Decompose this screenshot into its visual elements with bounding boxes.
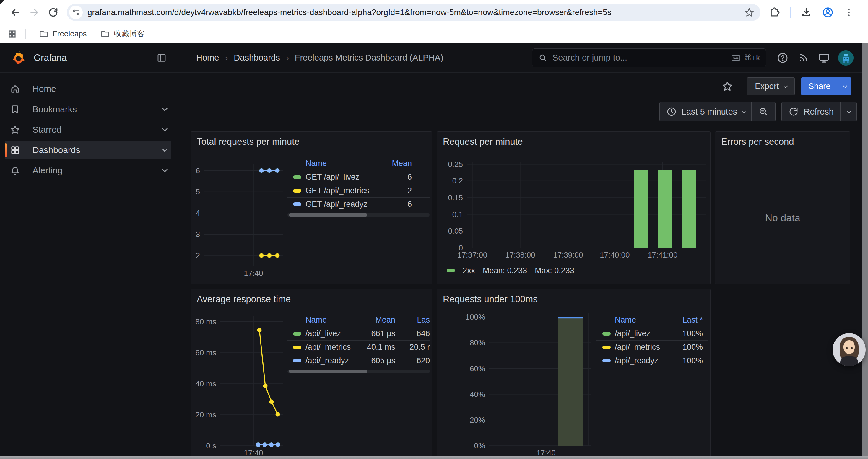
chevron-down-icon[interactable] [162,147,166,153]
sidebar-item-dashboards[interactable]: Dashboards [5,141,171,159]
user-avatar[interactable] [838,50,854,66]
dock-menu-icon[interactable] [155,51,169,65]
breadcrumb-dashboards[interactable]: Dashboards [234,53,280,63]
panel-request-per-minute[interactable]: Request per minute 0.250.20.150.10.05017… [437,131,711,285]
sidebar-item-starred[interactable]: Starred [5,121,171,139]
browser-forward-button[interactable] [25,3,44,22]
panel-requests-under-100ms[interactable]: Requests under 100ms 100%80%60%40%20%0%1… [437,289,711,459]
breadcrumb-home[interactable]: Home [196,53,219,63]
chevron-down-icon[interactable] [162,127,166,132]
legend-header-name[interactable]: Name [602,316,670,325]
panel-title[interactable]: Errors per second [721,136,794,147]
sidebar-item-alerting[interactable]: Alerting [5,161,171,179]
legend-scrollbar[interactable] [287,213,430,217]
legend-series-label[interactable]: 2xx [463,266,475,275]
bookmark-folder-label: Freeleaps [53,29,87,38]
svg-text:40%: 40% [470,390,485,399]
svg-text:80 ms: 80 ms [195,317,216,326]
time-controls: Last 5 minutes Refresh [176,100,868,126]
browser-profile-icon[interactable] [822,6,834,18]
sidebar-item-label: Dashboards [32,145,80,155]
refresh-interval-caret[interactable] [840,102,857,121]
series-color-pill [293,359,301,362]
legend-header-name[interactable]: Name [293,316,363,325]
browser-reload-button[interactable] [44,3,63,22]
bookmark-folder-freeleaps[interactable]: Freeleaps [34,27,92,41]
legend-scrollbar[interactable] [287,369,430,373]
toolbar-divider [740,80,740,93]
keyboard-icon [731,53,741,63]
share-button[interactable]: Share [801,77,838,95]
search-shortcut: ⌘+k [731,53,760,63]
legend-row[interactable]: /api/_readyz 100% [596,354,708,367]
svg-text:17:39:00: 17:39:00 [553,251,583,259]
svg-text:0.1: 0.1 [452,210,463,219]
legend-header-name[interactable]: Name [293,159,379,168]
news-rss-icon[interactable] [797,52,810,64]
svg-text:20 ms: 20 ms [195,410,216,419]
vertical-scrollbar[interactable] [862,43,868,456]
sidebar-item-label: Starred [32,125,61,135]
zoom-out-time-range-button[interactable] [751,102,775,121]
legend-row[interactable]: GET /api/_metrics 2 [287,184,430,197]
bookmark-folder-blogs[interactable]: 收藏博客 [95,26,150,41]
svg-text:0%: 0% [474,441,485,450]
search-input[interactable] [553,53,731,63]
sidebar-item-label: Alerting [32,165,63,175]
legend-header-last[interactable]: Las [395,316,430,325]
toolbar-divider [790,7,790,18]
share-split-button: Share [801,77,851,95]
monitor-icon[interactable] [817,52,831,64]
chevron-down-icon[interactable] [162,168,166,173]
search-box[interactable]: ⌘+k [532,48,766,67]
legend-header-mean[interactable]: Mean [379,159,412,168]
legend-header-last[interactable]: Last * [670,316,703,325]
share-menu-caret[interactable] [838,77,851,95]
legend-row[interactable]: GET /api/_readyz 6 [287,197,430,211]
svg-text:60%: 60% [470,364,485,373]
time-range-control: Last 5 minutes [659,102,776,121]
refresh-button[interactable]: Refresh [782,102,840,121]
browser-back-button[interactable] [6,3,25,22]
legend-row[interactable]: /api/_livez 661 µs 646 [287,327,430,340]
time-range-picker[interactable]: Last 5 minutes [660,102,752,121]
no-data-message: No data [715,212,850,224]
sidebar-item-home[interactable]: Home [5,80,171,98]
help-icon[interactable] [776,52,789,64]
series-color-pill [602,346,611,349]
downloads-icon[interactable] [801,7,812,18]
sidebar-item-label: Home [32,84,56,94]
folder-icon [100,29,110,39]
panel-errors-per-second[interactable]: Errors per second No data [715,131,850,285]
sidebar-item-bookmarks[interactable]: Bookmarks [5,100,171,119]
svg-text:60 ms: 60 ms [195,348,216,357]
request-per-minute-chart[interactable]: 0.250.20.150.10.05017:37:0017:38:0017:39… [437,132,710,284]
legend-row[interactable]: GET /api/_livez 6 [287,170,430,184]
browser-menu-kebab-icon[interactable] [844,7,854,18]
dashboard-toolbar: Export Share [176,73,868,100]
extensions-icon[interactable] [769,7,780,18]
horizontal-scrollbar[interactable] [0,456,868,459]
chevron-down-icon[interactable] [162,107,166,112]
assistant-avatar-button[interactable] [833,333,866,366]
chart-legend[interactable]: 2xx Mean: 0.233 Max: 0.233 [447,265,574,276]
panel-total-requests[interactable]: Total requests per minute 6543217:40 Nam… [191,131,432,285]
svg-text:100%: 100% [466,313,486,321]
legend-row[interactable]: /api/_livez 100% [596,327,708,340]
legend-row[interactable]: /api/_readyz 605 µs 620 [287,354,430,367]
export-button[interactable]: Export [747,77,795,95]
grafana-logo[interactable] [11,50,27,66]
svg-text:17:40: 17:40 [244,269,263,277]
breadcrumb-current: Freeleaps Metrics Dashboard (ALPHA) [295,53,443,63]
legend-row[interactable]: /api/_metrics 40.1 ms 20.5 r [287,340,430,354]
url-text[interactable]: grafana.mathmast.com/d/deytv4rwavabkb/fr… [88,8,740,17]
bookmark-page-star-icon[interactable] [744,7,754,18]
legend-header-mean[interactable]: Mean [363,316,395,325]
site-settings-icon[interactable] [69,6,83,19]
legend-row[interactable]: /api/_metrics 100% [596,340,708,354]
address-bar[interactable]: grafana.mathmast.com/d/deytv4rwavabkb/fr… [67,4,761,21]
panel-average-response-time[interactable]: Average response time 80 ms60 ms40 ms20 … [191,289,432,459]
breadcrumb: Home › Dashboards › Freeleaps Metrics Da… [196,53,443,63]
favorite-dashboard-star-icon[interactable] [721,80,733,92]
bookmark-apps-grid-icon[interactable] [8,30,17,38]
